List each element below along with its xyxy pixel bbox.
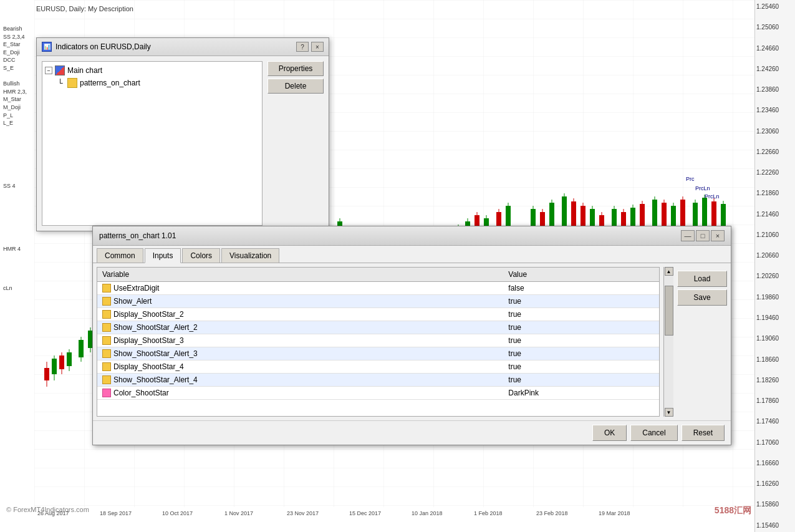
indicators-buttons: Properties Delete [267, 61, 324, 226]
val-cell[interactable]: DarkPink [503, 387, 659, 400]
col-value: Value [503, 268, 659, 282]
properties-dialog: patterns_on_chart 1.01 — □ × Common Inpu… [92, 226, 731, 445]
val-cell[interactable]: true [503, 374, 659, 387]
data-table[interactable]: Variable Value UseExtraDigit false Show_… [97, 267, 660, 417]
table-row[interactable]: Show_Alert true [97, 295, 659, 308]
svg-text:PrcLn: PrcLn [695, 185, 710, 191]
tab-colors[interactable]: Colors [182, 248, 220, 263]
indicators-dialog-content: − Main chart └ patterns_on_chart Propert… [37, 56, 329, 231]
tree-label-indicator: patterns_on_chart [80, 79, 140, 87]
val-cell[interactable]: true [503, 334, 659, 347]
table-area: Variable Value UseExtraDigit false Show_… [93, 263, 731, 420]
tree-item-main-chart[interactable]: − Main chart [45, 64, 259, 77]
price-labels: 1.25460 1.25060 1.24660 1.24260 1.23860 … [754, 0, 795, 532]
table-header: Variable Value [97, 268, 659, 282]
val-cell[interactable]: true [503, 321, 659, 334]
indicators-dialog-icon: 📊 [42, 42, 52, 52]
properties-dialog-titlebar: patterns_on_chart 1.01 — □ × [93, 226, 731, 246]
watermark-left: © ForexMT4Indicators.com [6, 506, 89, 513]
table-row[interactable]: Display_ShootStar_4 true [97, 360, 659, 374]
val-cell[interactable]: true [503, 308, 659, 321]
date-labels: 26 Aug 2017 18 Sep 2017 10 Oct 2017 1 No… [0, 507, 754, 520]
tabs-bar: Common Inputs Colors Visualization [93, 246, 731, 263]
indicators-dialog-titlebar: 📊 Indicators on EURUSD,Daily ? × [37, 38, 329, 56]
left-side-labels: Bearish SS 2,3,4 E_Star E_Doji DCC S_E B… [3, 25, 27, 292]
properties-dialog-title: patterns_on_chart 1.01 [99, 231, 176, 240]
scroll-thumb[interactable] [665, 286, 673, 336]
svg-rect-11 [79, 340, 84, 357]
table-header-row: Variable Value [97, 268, 659, 282]
tree-icon-chart [55, 65, 65, 75]
indicators-dialog-help[interactable]: ? [296, 42, 309, 52]
tree-item-indicator[interactable]: └ patterns_on_chart [57, 77, 259, 89]
var-cell: Display_ShootStar_3 [97, 334, 503, 347]
row-icon [102, 297, 111, 306]
var-cell: Display_ShootStar_2 [97, 308, 503, 321]
indicators-dialog: 📊 Indicators on EURUSD,Daily ? × − Main … [36, 37, 329, 231]
properties-close-button[interactable]: × [711, 230, 725, 241]
table-row[interactable]: Display_ShootStar_2 true [97, 308, 659, 321]
var-cell: UseExtraDigit [97, 282, 503, 295]
svg-text:Prc: Prc [686, 176, 695, 182]
reset-button[interactable]: Reset [682, 425, 725, 441]
row-icon-pink [102, 389, 111, 397]
indicators-dialog-close[interactable]: × [311, 42, 324, 52]
tab-visualization[interactable]: Visualization [221, 248, 279, 263]
tab-inputs[interactable]: Inputs [145, 248, 181, 263]
indicators-dialog-title: Indicators on EURUSD,Daily [55, 42, 151, 51]
tree-icon-indicator [67, 78, 77, 88]
row-icon [102, 323, 111, 332]
chart-title: EURUSD, Daily: My Description [36, 5, 133, 12]
delete-button[interactable]: Delete [267, 79, 324, 94]
tree-expand-main[interactable]: − [45, 67, 52, 74]
table-row[interactable]: Display_ShootStar_3 true [97, 334, 659, 347]
val-cell[interactable]: true [503, 360, 659, 374]
val-cell[interactable]: false [503, 282, 659, 295]
col-variable: Variable [97, 268, 503, 282]
var-cell: Color_ShootStar [97, 387, 503, 400]
watermark-right: 5188汇网 [715, 505, 751, 516]
scroll-up-arrow[interactable]: ▲ [665, 267, 673, 276]
properties-button[interactable]: Properties [267, 61, 324, 76]
row-icon [102, 284, 111, 293]
load-button[interactable]: Load [677, 271, 727, 287]
svg-rect-7 [59, 355, 64, 369]
table-row[interactable]: Show_ShootStar_Alert_3 true [97, 347, 659, 360]
svg-rect-97 [562, 196, 567, 228]
save-button[interactable]: Save [677, 289, 727, 306]
tree-connector: └ [57, 79, 65, 87]
table-row[interactable]: UseExtraDigit false [97, 282, 659, 295]
row-icon [102, 362, 111, 371]
tab-common[interactable]: Common [97, 248, 143, 263]
table-row[interactable]: Show_ShootStar_Alert_2 true [97, 321, 659, 334]
table-row[interactable]: Color_ShootStar DarkPink [97, 387, 659, 400]
ok-button[interactable]: OK [592, 425, 627, 441]
val-cell[interactable]: true [503, 295, 659, 308]
properties-maximize-button[interactable]: □ [696, 230, 710, 241]
table-row[interactable]: Show_ShootStar_Alert_4 true [97, 374, 659, 387]
row-icon [102, 336, 111, 345]
svg-rect-3 [44, 368, 49, 380]
tree-label-main-chart: Main chart [67, 66, 102, 75]
indicators-tree[interactable]: − Main chart └ patterns_on_chart [42, 61, 263, 226]
row-icon [102, 349, 111, 358]
bottom-bar: OK Cancel Reset [93, 420, 731, 445]
svg-rect-5 [52, 359, 57, 374]
properties-minimize-button[interactable]: — [681, 230, 695, 241]
val-cell[interactable]: true [503, 347, 659, 360]
var-cell: Show_ShootStar_Alert_4 [97, 374, 503, 387]
cancel-button[interactable]: Cancel [630, 425, 677, 441]
var-cell: Display_ShootStar_4 [97, 360, 503, 374]
svg-text:PrcLn: PrcLn [705, 193, 720, 200]
scrollbar[interactable]: ▲ ▼ [663, 267, 673, 417]
var-cell: Show_ShootStar_Alert_2 [97, 321, 503, 334]
variables-table: Variable Value UseExtraDigit false Show_… [97, 268, 659, 400]
row-icon [102, 310, 111, 319]
side-buttons: Load Save [677, 267, 727, 417]
svg-rect-125 [702, 198, 707, 229]
var-cell: Show_ShootStar_Alert_3 [97, 347, 503, 360]
scroll-down-arrow[interactable]: ▼ [665, 408, 673, 417]
svg-rect-9 [67, 352, 72, 366]
row-icon [102, 375, 111, 384]
var-cell: Show_Alert [97, 295, 503, 308]
